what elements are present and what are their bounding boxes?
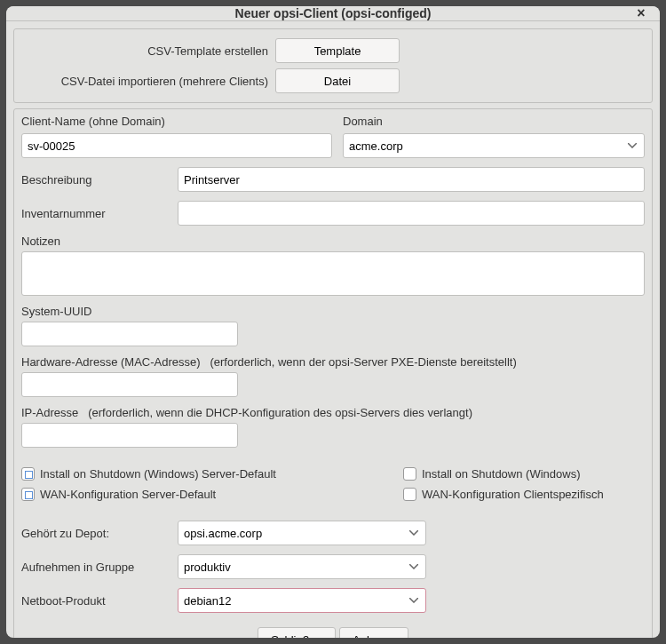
description-label: Beschreibung	[21, 173, 170, 187]
group-select[interactable]: produktiv	[178, 554, 426, 579]
install-on-shutdown-checkbox[interactable]	[403, 467, 416, 481]
close-button[interactable]: Schließen	[258, 627, 336, 638]
main-form-panel: Client-Name (ohne Domain) Domain acme.co…	[13, 108, 653, 638]
description-input[interactable]	[178, 167, 645, 192]
depot-label: Gehört zu Depot:	[21, 527, 170, 540]
dialog-window: Neuer opsi-Client (opsi-configed) × CSV-…	[6, 6, 660, 638]
netboot-select[interactable]: debian12	[178, 588, 426, 613]
netboot-label: Netboot-Produkt	[21, 594, 170, 608]
csv-panel: CSV-Template erstellen Template CSV-Date…	[13, 28, 653, 103]
ip-label: IP-Adresse	[21, 406, 78, 419]
csv-template-button[interactable]: Template	[275, 38, 400, 63]
mac-input[interactable]	[21, 372, 238, 397]
titlebar: Neuer opsi-Client (opsi-configed) ×	[6, 6, 660, 21]
mac-label: Hardware-Adresse (MAC-Adresse)	[21, 355, 201, 369]
csv-import-label: CSV-Datei importieren (mehrere Clients)	[21, 75, 268, 88]
domain-label: Domain	[343, 115, 645, 128]
ip-hint: (erforderlich, wenn die DHCP-Konfigurati…	[88, 406, 472, 419]
uuid-label: System-UUID	[21, 305, 645, 318]
depot-select[interactable]: opsi.acme.corp	[178, 521, 426, 545]
notes-textarea[interactable]	[21, 251, 645, 296]
install-on-shutdown-default-checkbox[interactable]	[21, 467, 35, 481]
ip-input[interactable]	[21, 423, 238, 448]
wan-client-label: WAN-Konfiguration Clientspezifisch	[422, 488, 604, 501]
domain-select[interactable]: acme.corp	[343, 133, 645, 158]
csv-import-button[interactable]: Datei	[275, 68, 400, 93]
mac-hint: (erforderlich, wenn der opsi-Server PXE-…	[210, 355, 516, 369]
inventory-label: Inventarnummer	[21, 207, 170, 220]
wan-default-label: WAN-Konfiguration Server-Default	[40, 488, 216, 501]
csv-template-label: CSV-Template erstellen	[21, 44, 268, 58]
create-button[interactable]: Anlegen	[339, 627, 408, 638]
install-on-shutdown-label: Install on Shutdown (Windows)	[422, 467, 580, 481]
notes-label: Notizen	[21, 235, 645, 248]
window-title: Neuer opsi-Client (opsi-configed)	[235, 6, 432, 20]
uuid-input[interactable]	[21, 322, 238, 346]
client-name-input[interactable]	[21, 133, 332, 158]
group-label: Aufnehmen in Gruppe	[21, 561, 170, 574]
client-name-label: Client-Name (ohne Domain)	[21, 115, 332, 128]
close-icon[interactable]: ×	[631, 6, 651, 21]
wan-client-checkbox[interactable]	[403, 488, 416, 501]
wan-default-checkbox[interactable]	[21, 488, 35, 501]
inventory-input[interactable]	[178, 201, 645, 226]
install-on-shutdown-default-label: Install on Shutdown (Windows) Server-Def…	[40, 467, 276, 481]
